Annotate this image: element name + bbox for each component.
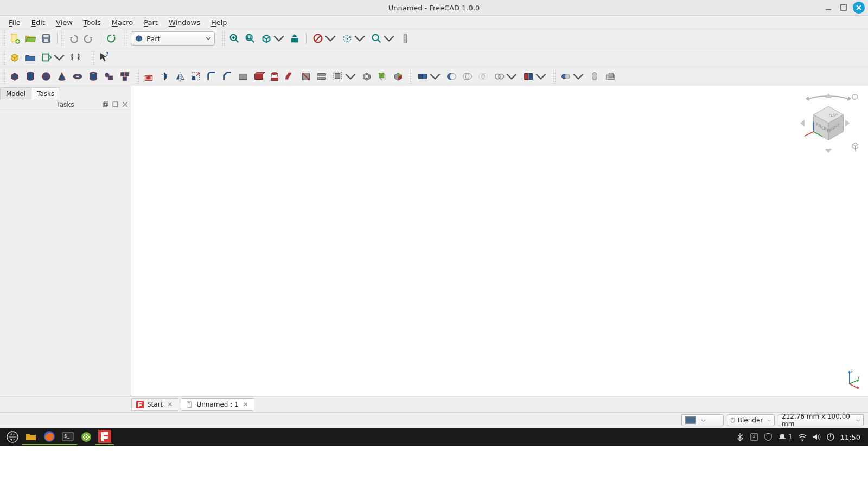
boolean-union-button[interactable] — [459, 69, 475, 84]
menu-windows[interactable]: Windows — [163, 17, 206, 28]
create-group-button[interactable] — [23, 50, 38, 65]
split-button[interactable] — [520, 69, 549, 84]
menu-part[interactable]: Part — [138, 17, 163, 28]
tab-tasks[interactable]: Tasks — [31, 87, 60, 99]
window-maximize-button[interactable] — [838, 2, 850, 14]
fillet-button[interactable] — [204, 69, 219, 84]
toolbar-grip[interactable] — [2, 31, 5, 46]
menu-tools[interactable]: Tools — [78, 17, 106, 28]
scale-button[interactable] — [188, 69, 203, 84]
menu-edit[interactable]: Edit — [26, 17, 50, 28]
redo-button[interactable] — [81, 31, 97, 46]
clock[interactable]: 11:50 — [840, 433, 860, 441]
sphere-button[interactable] — [39, 69, 54, 84]
offset-3d-button[interactable] — [330, 69, 359, 84]
color-per-face-button[interactable] — [391, 69, 406, 84]
measure-button[interactable] — [398, 31, 413, 46]
wifi-icon[interactable] — [798, 433, 807, 441]
ruled-surface-button[interactable] — [251, 69, 266, 84]
doc-tab-unnamed[interactable]: Unnamed : 1 ✕ — [181, 398, 254, 411]
taskbar-files[interactable] — [22, 429, 40, 445]
primitives-builder-button[interactable] — [101, 69, 117, 84]
thickness-button[interactable] — [359, 69, 374, 84]
create-part-button[interactable] — [7, 50, 22, 65]
boolean-common-button[interactable] — [475, 69, 490, 84]
mirror-button[interactable] — [173, 69, 188, 84]
taskbar-app-green[interactable] — [77, 429, 95, 445]
toolbar-grip[interactable] — [2, 50, 5, 65]
toolbar-grip[interactable] — [91, 50, 94, 65]
draw-style-button[interactable] — [310, 31, 339, 46]
loft-button[interactable] — [267, 69, 282, 84]
navigation-style-selector[interactable]: Blender — [727, 414, 775, 426]
workbench-selector[interactable]: Part — [131, 31, 215, 46]
close-icon[interactable]: ✕ — [166, 401, 174, 408]
check-geometry-button[interactable] — [558, 69, 586, 84]
dimensions-display[interactable]: 212,76 mm x 100,00 mm — [778, 414, 864, 426]
menu-help[interactable]: Help — [206, 17, 233, 28]
zoom-button[interactable] — [368, 31, 397, 46]
taskbar-terminal[interactable]: $_ — [59, 429, 77, 445]
compound-button[interactable] — [414, 69, 443, 84]
undo-button[interactable] — [66, 31, 81, 46]
shield-icon[interactable] — [764, 433, 773, 441]
menu-view[interactable]: View — [50, 17, 78, 28]
attachment-button[interactable] — [603, 69, 618, 84]
toolbar-grip[interactable] — [61, 31, 64, 46]
align-view-button[interactable] — [288, 31, 303, 46]
cube-button[interactable] — [7, 69, 22, 84]
menu-macro[interactable]: Macro — [106, 17, 138, 28]
link-actions-button[interactable] — [39, 50, 67, 65]
boolean-cut-button[interactable] — [444, 69, 459, 84]
torus-button[interactable] — [70, 69, 85, 84]
extrude-button[interactable] — [141, 69, 156, 84]
panel-close-button[interactable] — [121, 100, 129, 108]
shape-builder-button[interactable] — [117, 69, 132, 84]
sweep-button[interactable] — [283, 69, 298, 84]
toolbar-grip[interactable] — [553, 69, 556, 84]
cone-button[interactable] — [54, 69, 69, 84]
refresh-button[interactable] — [104, 31, 119, 46]
power-icon[interactable] — [826, 433, 835, 441]
3d-viewport[interactable]: TOP FRONT RIGHT z y x — [131, 86, 868, 396]
volume-icon[interactable] — [812, 433, 821, 441]
varset-button[interactable] — [68, 50, 83, 65]
tab-model[interactable]: Model — [0, 87, 31, 99]
close-icon[interactable]: ✕ — [242, 401, 250, 408]
cross-sections-button[interactable] — [314, 69, 329, 84]
toolbar-grip[interactable] — [136, 69, 139, 84]
join-features-button[interactable] — [491, 69, 520, 84]
make-face-button[interactable] — [235, 69, 251, 84]
fit-all-button[interactable] — [227, 31, 242, 46]
taskbar-freecad[interactable] — [95, 429, 114, 445]
isometric-view-button[interactable] — [258, 31, 287, 46]
section-button[interactable] — [298, 69, 314, 84]
toolbar-grip[interactable] — [222, 31, 225, 46]
chamfer-button[interactable] — [220, 69, 235, 84]
window-close-button[interactable] — [853, 2, 865, 14]
notifications-icon[interactable]: 1 — [778, 433, 793, 441]
cylinder-button[interactable] — [23, 69, 38, 84]
doc-tab-start[interactable]: Start ✕ — [131, 398, 178, 411]
status-color-selector[interactable] — [681, 414, 724, 426]
defeaturing-button[interactable] — [587, 69, 602, 84]
menu-file[interactable]: File — [3, 17, 26, 28]
new-file-button[interactable] — [7, 31, 22, 46]
updates-icon[interactable] — [750, 433, 758, 441]
panel-float-button[interactable] — [101, 100, 109, 108]
whats-this-button[interactable]: ? — [96, 50, 111, 65]
navigation-cube[interactable]: TOP FRONT RIGHT — [799, 92, 858, 157]
projection-button[interactable] — [375, 69, 390, 84]
toolbar-grip[interactable] — [410, 69, 413, 84]
toolbar-grip[interactable] — [2, 69, 5, 84]
start-menu-button[interactable] — [3, 429, 22, 445]
fit-selection-button[interactable] — [242, 31, 258, 46]
open-file-button[interactable] — [23, 31, 38, 46]
save-file-button[interactable] — [39, 31, 54, 46]
bluetooth-icon[interactable] — [736, 433, 744, 441]
toolbar-grip[interactable] — [124, 31, 127, 46]
window-minimize-button[interactable] — [822, 2, 834, 14]
bounding-box-button[interactable] — [339, 31, 368, 46]
panel-max-button[interactable] — [111, 100, 119, 108]
tube-button[interactable] — [86, 69, 101, 84]
